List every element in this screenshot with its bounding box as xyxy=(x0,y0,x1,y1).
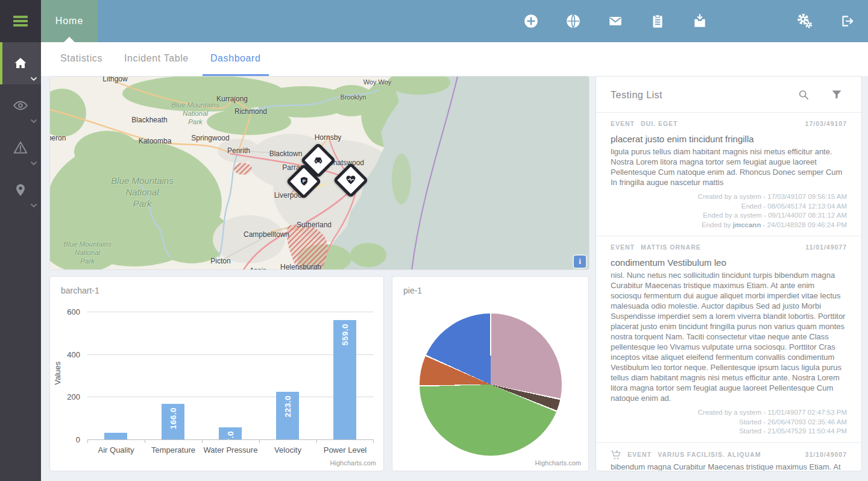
chevron-down-icon xyxy=(31,77,37,81)
event-meta: Created by a system - 17/03/49107 09:56:… xyxy=(611,192,847,230)
topbar-actions xyxy=(523,0,868,42)
tab-dashboard[interactable]: Dashboard xyxy=(203,42,269,76)
chevron-down-icon xyxy=(31,204,37,207)
x-category: Power Level xyxy=(316,445,374,455)
event-tag: EVENT xyxy=(627,451,652,459)
event-subtitle: DUI. EGET xyxy=(641,120,678,128)
map-widget[interactable]: LithgowWoy WoyBrooklynKurrajongRichmondB… xyxy=(49,76,590,270)
bar-velocity[interactable]: 223.0 xyxy=(276,392,299,439)
event-meta: Created by a system - 11/01/49077 02:47:… xyxy=(611,408,847,436)
chevron-down-icon xyxy=(31,119,37,123)
testing-list-header: Testing List xyxy=(596,77,861,113)
map-info-button[interactable]: i xyxy=(574,256,586,268)
x-category: Velocity xyxy=(259,445,316,455)
heartbeat-icon xyxy=(341,171,360,190)
chart-title: pie-1 xyxy=(403,286,422,295)
search-icon[interactable] xyxy=(797,89,810,101)
event-date: 17/03/49107 xyxy=(805,120,847,128)
svg-text:P: P xyxy=(302,178,305,183)
event-list-item[interactable]: EVENT MATTIS ORNARE 11/01/49077 condimen… xyxy=(596,236,861,442)
chevron-down-icon xyxy=(31,162,37,165)
add-circle-icon[interactable] xyxy=(523,13,539,29)
event-body: ligula purus tellus diam habitant magnis… xyxy=(611,146,847,187)
pie-chart[interactable] xyxy=(420,313,562,456)
eye-icon xyxy=(13,98,28,113)
bar-water-pressure[interactable]: 57.0 xyxy=(219,427,242,439)
event-title: condimentum Vestibulum leo xyxy=(611,257,847,268)
chart-title: barchart-1 xyxy=(61,286,99,295)
filter-funnel-icon[interactable] xyxy=(831,89,843,101)
clipboard-icon[interactable] xyxy=(650,13,665,29)
page-tabs: Statistics Incident Table Dashboard xyxy=(41,42,868,76)
left-sidebar xyxy=(0,42,41,481)
tab-statistics[interactable]: Statistics xyxy=(52,42,110,76)
highcharts-credits[interactable]: Highcharts.com xyxy=(330,459,376,467)
sidebar-item-locations[interactable] xyxy=(0,169,41,211)
top-bar: Home xyxy=(0,0,868,42)
home-workspace-tab[interactable]: Home xyxy=(41,0,98,42)
event-title: placerat justo enim tincidunt fringilla xyxy=(611,134,847,145)
hamburger-icon xyxy=(13,14,28,28)
bar-plot-area: 600 400 200 0 166.0 57.0 223.0 559.0 Air… xyxy=(87,312,374,439)
police-shield-icon: P xyxy=(294,172,313,191)
event-date: 31/10/49007 xyxy=(805,451,847,459)
event-list-item[interactable]: EVENT DUI. EGET 17/03/49107 placerat jus… xyxy=(596,113,861,236)
sign-out-icon[interactable] xyxy=(839,13,855,29)
pie-chart-widget: pie-1 Highcharts.com xyxy=(392,276,589,471)
event-body: nisl. Nunc netus nec sollicitudin tincid… xyxy=(611,270,847,403)
sidebar-item-alerts[interactable] xyxy=(0,127,41,169)
cart-download-icon xyxy=(611,450,621,460)
inbox-download-icon[interactable] xyxy=(692,13,708,29)
event-subtitle: MATTIS ORNARE xyxy=(641,244,701,251)
y-axis-title: Values xyxy=(53,376,62,385)
event-subtitle: VARIUS FACILISIS. ALIQUAM xyxy=(658,451,761,459)
bar-chart-widget: barchart-1 Values 600 400 200 0 166.0 57… xyxy=(49,276,384,471)
event-tag: EVENT xyxy=(611,244,635,251)
sidebar-item-monitoring[interactable] xyxy=(0,84,41,127)
tab-incident-table[interactable]: Incident Table xyxy=(116,42,197,76)
mail-icon[interactable] xyxy=(608,13,623,29)
warning-triangle-icon xyxy=(13,140,28,156)
menu-toggle-button[interactable] xyxy=(0,0,41,42)
testing-list-widget: Testing List EVENT DUI. EGET 17/03/49107… xyxy=(596,76,862,471)
event-body: bibendum magna Curabitur Maecenas tristi… xyxy=(611,462,847,472)
x-category: Temperature xyxy=(145,445,202,455)
event-tag: EVENT xyxy=(611,120,635,128)
x-category: Air Quality xyxy=(87,445,145,455)
car-icon xyxy=(309,151,328,170)
location-pin-icon xyxy=(13,183,28,197)
y-tick: 200 xyxy=(67,392,80,401)
home-icon xyxy=(13,56,28,71)
event-date: 11/01/49077 xyxy=(805,244,847,251)
list-title: Testing List xyxy=(611,90,662,101)
bar-temperature[interactable]: 166.0 xyxy=(162,404,184,439)
y-tick: 0 xyxy=(76,435,80,444)
globe-icon[interactable] xyxy=(565,13,581,29)
settings-gears-icon[interactable] xyxy=(797,13,813,29)
home-tab-label: Home xyxy=(55,16,84,27)
bar-power-level[interactable]: 559.0 xyxy=(333,320,356,439)
x-category: Water Pressure xyxy=(202,445,259,455)
highcharts-credits[interactable]: Highcharts.com xyxy=(535,459,581,467)
sidebar-item-home[interactable] xyxy=(0,42,41,84)
y-tick: 400 xyxy=(67,350,80,359)
y-tick: 600 xyxy=(67,307,80,316)
event-list-item[interactable]: EVENT VARIUS FACILISIS. ALIQUAM 31/10/49… xyxy=(596,442,861,472)
username: jmccann xyxy=(733,221,761,228)
bar-air-quality[interactable] xyxy=(104,433,127,439)
